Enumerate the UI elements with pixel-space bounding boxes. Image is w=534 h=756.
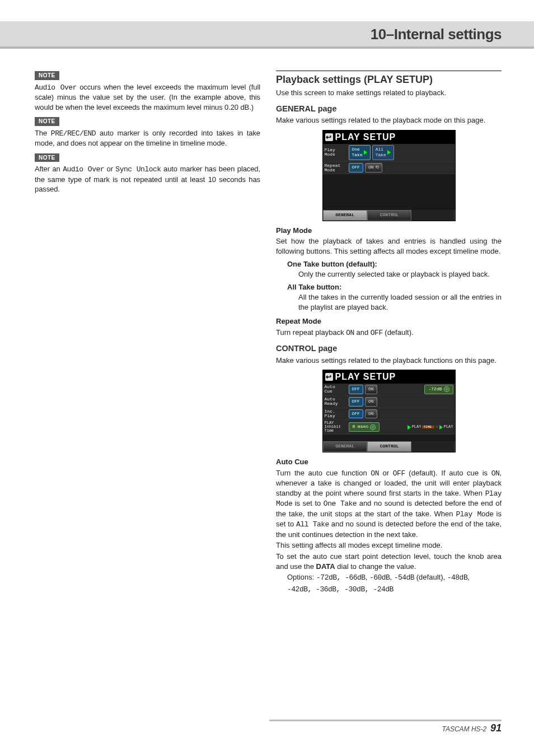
auto-cue-options: Options: -72dB, -66dB, -60dB, -54dB (def…: [287, 572, 502, 583]
general-desc: Make various settings related to the pla…: [276, 115, 502, 125]
all-take-heading: All Take button:: [287, 282, 502, 292]
chapter-header: 10–Internal settings: [0, 21, 534, 48]
one-take-desc: Only the currently selected take or play…: [298, 269, 502, 279]
tab-general-2: GENERAL: [323, 441, 367, 452]
content-columns: NOTE Audio Over occurs when the level ex…: [35, 67, 502, 595]
mono-audio-over-2: Audio Over: [63, 165, 104, 174]
play-mode-heading: Play Mode: [276, 226, 502, 236]
auto-cue-heading: Auto Cue: [276, 457, 502, 467]
footer-page-number: 91: [490, 722, 502, 734]
right-column: Playback settings (PLAY SETUP) Use this …: [276, 67, 502, 595]
repeat-icon: ⟲: [375, 165, 379, 171]
one-take-heading: One Take button (default):: [287, 259, 502, 269]
auto-cue-options-line2: -42dB, -36dB, -30dB, -24dB: [287, 584, 502, 595]
header-accent: [0, 46, 534, 49]
row-inc-play: Inc. Play OFF ON: [323, 408, 455, 421]
knob-inhibit-time: 0 msec: [349, 422, 380, 432]
repeat-mode-heading: Repeat Mode: [276, 316, 502, 326]
play-icon: [407, 425, 411, 430]
mono-audio-over: Audio Over: [35, 83, 77, 92]
dial-icon: [444, 386, 449, 392]
row-play-mode: Play Mode One Take All Take: [323, 144, 455, 162]
note-1-text: Audio Over occurs when the level exceeds…: [35, 82, 260, 113]
play-mode-desc: Set how the playback of takes and entrie…: [276, 236, 502, 256]
mono-sync-unlock: Sync Unlock: [115, 165, 161, 174]
screen-tabs-1: GENERAL CONTROL: [323, 210, 455, 221]
tab-control-2: CONTROL: [367, 441, 411, 452]
play-icon: [439, 425, 443, 430]
play-icon: [364, 150, 367, 155]
repeat-mode-desc: Turn repeat playback ON and OFF (default…: [276, 328, 502, 338]
row-auto-cue: Auto Cue OFF ON -72dB: [323, 384, 455, 396]
note-label-2: NOTE: [35, 117, 59, 126]
btn-autoready-on: ON: [365, 397, 377, 407]
screen-title-2: ↩ PLAY SETUP: [323, 370, 455, 384]
dial-icon: [370, 424, 376, 430]
all-take-desc: All the takes in the currently loaded se…: [298, 292, 502, 312]
inhibit-diagram: PLAY ✕ PLAY: [407, 424, 453, 430]
footer-model: TASCAM HS-2: [442, 725, 487, 733]
btn-repeat-on: ON ⟲: [365, 163, 382, 172]
btn-all-take: All Take: [372, 145, 394, 161]
x-icon: ✕: [435, 424, 438, 430]
left-column: NOTE Audio Over occurs when the level ex…: [35, 67, 260, 595]
general-page-heading: GENERAL page: [276, 104, 502, 115]
screen-tabs-2: GENERAL CONTROL: [323, 441, 455, 452]
play-setup-general-screenshot: ↩ PLAY SETUP Play Mode One Take All Take…: [322, 130, 456, 221]
btn-autocue-off: OFF: [349, 385, 363, 394]
control-desc: Make various settings related to the pla…: [276, 356, 502, 366]
label-play-mode: Play Mode: [325, 148, 347, 157]
row-auto-ready: Auto Ready OFF ON: [323, 396, 455, 408]
note-label-1: NOTE: [35, 71, 59, 80]
auto-cue-desc: Turn the auto cue function ON or OFF (de…: [276, 468, 502, 540]
btn-one-take: One Take: [349, 145, 371, 161]
chapter-title: 10–Internal settings: [371, 25, 502, 44]
section-rule-1: [276, 71, 502, 71]
back-arrow-icon: ↩: [325, 133, 333, 141]
knob-autocue-level: -72dB: [424, 385, 453, 394]
screen-title-1: ↩ PLAY SETUP: [323, 130, 455, 144]
tab-general: GENERAL: [323, 210, 367, 221]
btn-incplay-off: OFF: [349, 409, 363, 419]
btn-autoready-off: OFF: [349, 397, 363, 407]
playback-settings-heading: Playback settings (PLAY SETUP): [276, 73, 502, 86]
note-2-text: The PRE/REC/END auto marker is only reco…: [35, 128, 260, 148]
auto-cue-note: This setting affects all modes except ti…: [276, 540, 502, 550]
back-arrow-icon: ↩: [325, 373, 333, 381]
play-icon: [387, 150, 391, 155]
page-footer: TASCAM HS-2 91: [0, 721, 502, 735]
row-play-inhibit: PLAY Inhibit Time 0 msec PLAY ✕ PLAY: [323, 420, 455, 435]
auto-cue-set: To set the auto cue start point detectio…: [276, 552, 502, 571]
note-label-3: NOTE: [35, 153, 59, 162]
tab-control: CONTROL: [367, 210, 411, 221]
btn-repeat-off: OFF: [349, 163, 363, 172]
row-repeat-mode: Repeat Mode OFF ON ⟲: [323, 162, 455, 174]
play-setup-control-screenshot: ↩ PLAY SETUP Auto Cue OFF ON -72dB Auto …: [322, 370, 456, 452]
btn-autocue-on: ON: [365, 385, 377, 394]
data-dial-bold: DATA: [316, 562, 335, 571]
note-3-text: After an Audio Over or Sync Unlock auto …: [35, 164, 260, 194]
control-page-heading: CONTROL page: [276, 343, 502, 354]
btn-incplay-on: ON: [365, 409, 377, 419]
playback-intro: Use this screen to make settings related…: [276, 88, 502, 98]
label-repeat-mode: Repeat Mode: [325, 164, 347, 172]
mono-pre-rec-end: PRE/REC/END: [51, 129, 96, 138]
screen-fill: [323, 174, 455, 210]
